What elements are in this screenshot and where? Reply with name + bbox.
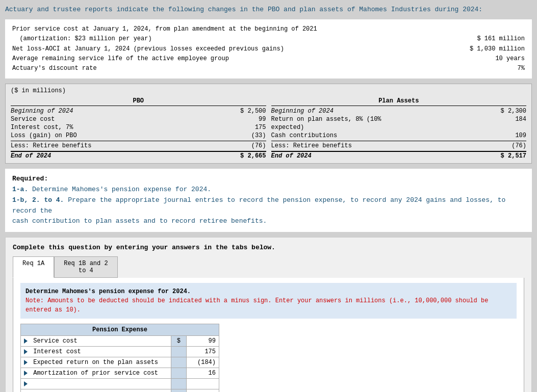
- pbo-row-beginning: Beginning of 2024 $ 2,500: [11, 107, 266, 115]
- intro-section: Prior service cost at January 1, 2024, f…: [5, 19, 532, 79]
- header-label: Actuary and trustee reports indicate the…: [5, 6, 482, 13]
- intro-label-1: Prior service cost at January 1, 2024, f…: [12, 24, 433, 34]
- req-1b-text: 1-b, 2. to 4. Prepare the appropriate jo…: [12, 196, 505, 215]
- intro-value-5: 7%: [433, 64, 525, 73]
- intro-line-5: Actuary's discount rate 7%: [12, 64, 525, 73]
- pbo-val-retiree: (76): [225, 142, 266, 149]
- instructions-box: Determine Mahomes's pension expense for …: [20, 283, 517, 319]
- pension-label-service-text: Service cost: [33, 337, 77, 345]
- main-table-section: ($ in millions) PBO Beginning of 2024 $ …: [5, 84, 532, 164]
- intro-line-2: (amortization: $23 million per year) $ 1…: [12, 34, 525, 44]
- pension-input-expected-return[interactable]: (184): [186, 357, 219, 368]
- pa-label-cash: Cash contributions: [271, 132, 486, 139]
- pension-row-expected-return: Expected return on the plan assets (184): [21, 357, 219, 368]
- pension-dollar-empty-2: [171, 389, 186, 392]
- pa-val-end: $ 2,517: [485, 152, 526, 160]
- table-label: ($ in millions): [11, 87, 526, 94]
- pa-label-beginning: Beginning of 2024: [271, 108, 486, 115]
- tab-req1a[interactable]: Req 1A: [13, 256, 54, 278]
- pa-row-return: Return on plan assets, 8% (10% 184: [271, 115, 527, 123]
- pa-label-return: Return on plan assets, 8% (10%: [271, 116, 486, 123]
- intro-label-5: Actuary's discount rate: [12, 64, 433, 73]
- complete-box: Complete this question by entering your …: [5, 237, 532, 392]
- pa-label-end: End of 2024: [271, 152, 486, 160]
- pension-dollar-empty-1: [171, 379, 186, 389]
- intro-value-3: $ 1,030 million: [433, 44, 525, 54]
- instruction-title: Determine Mahomes's pension expense for …: [25, 287, 512, 296]
- instruction-note: Note: Amounts to be deducted should be i…: [25, 296, 512, 315]
- pension-input-interest[interactable]: 175: [186, 347, 219, 357]
- tab-req1a-label: Req 1A: [22, 260, 44, 267]
- pbo-row-end: End of 2024 $ 2,665: [11, 151, 266, 160]
- pa-val-beginning: $ 2,300: [485, 108, 526, 115]
- intro-line-3: Net loss-AOCI at January 1, 2024 (previo…: [12, 44, 525, 54]
- tab-req1b-label: Req 1B and 2to 4: [64, 260, 108, 274]
- pa-row-beginning: Beginning of 2024 $ 2,300: [271, 107, 527, 115]
- pa-val-return: 184: [485, 116, 526, 123]
- pa-val-retiree: (76): [485, 142, 526, 149]
- pension-dollar-service: $: [171, 336, 186, 347]
- intro-value-4: 10 years: [433, 54, 525, 64]
- pension-row-empty-2: [21, 389, 219, 392]
- pension-dollar-amortization: [171, 368, 186, 379]
- plan-assets-column: Plan Assets Beginning of 2024 $ 2,300 Re…: [271, 96, 527, 160]
- pa-row-return-cont: expected): [271, 123, 527, 132]
- page: Actuary and trustee reports indicate the…: [0, 0, 537, 392]
- pa-row-cash: Cash contributions 109: [271, 132, 527, 140]
- pbo-val-beginning: $ 2,500: [225, 108, 266, 115]
- pbo-label-interest: Interest cost, 7%: [11, 124, 225, 131]
- tab-req1b[interactable]: Req 1B and 2to 4: [54, 256, 117, 278]
- tab-content: Determine Mahomes's pension expense for …: [13, 278, 524, 392]
- pa-row-retiree: Less: Retiree benefits (76): [271, 141, 527, 150]
- two-col-table: PBO Beginning of 2024 $ 2,500 Service co…: [11, 96, 526, 160]
- pension-input-amortization[interactable]: 16: [186, 368, 219, 379]
- pension-row-empty-1: [21, 379, 219, 389]
- intro-label-3: Net loss-AOCI at January 1, 2024 (previo…: [12, 44, 433, 54]
- pbo-row-service: Service cost 99: [11, 115, 266, 123]
- pbo-label-beginning: Beginning of 2024: [11, 108, 225, 115]
- req-1a-line: 1-a. Determine Mahomes's pension expense…: [12, 185, 525, 195]
- plan-assets-header: Plan Assets: [271, 96, 527, 106]
- pension-expense-table: Pension Expense Service cost $ 99: [20, 324, 219, 392]
- intro-value-1: [433, 24, 525, 34]
- pension-row-interest: Interest cost 175: [21, 347, 219, 357]
- pension-label-service: Service cost: [21, 336, 171, 347]
- pbo-label-service: Service cost: [11, 116, 225, 123]
- intro-line-4: Average remaining service life of the ac…: [12, 54, 525, 64]
- pbo-header: PBO: [11, 96, 266, 106]
- req-1b-line: 1-b, 2. to 4. Prepare the appropriate jo…: [12, 195, 525, 217]
- pension-label-empty-1: [21, 379, 171, 389]
- pbo-label-retiree: Less: Retiree benefits: [11, 142, 225, 149]
- pa-row-end: End of 2024 $ 2,517: [271, 151, 527, 160]
- pension-label-amortization-text: Amortization of prior service cost: [33, 370, 158, 377]
- header-text: Actuary and trustee reports indicate the…: [5, 5, 532, 14]
- pension-row-service: Service cost $ 99: [21, 336, 219, 347]
- req-1a-text: 1-a. Determine Mahomes's pension expense…: [12, 186, 211, 193]
- required-section: Required: 1-a. Determine Mahomes's pensi…: [5, 169, 532, 232]
- pension-input-empty-2[interactable]: [186, 389, 219, 392]
- pension-input-empty-1[interactable]: [186, 379, 219, 389]
- complete-title: Complete this question by entering your …: [13, 244, 524, 251]
- pension-label-empty-2: [21, 389, 171, 392]
- pbo-label-end: End of 2024: [11, 152, 225, 160]
- req-1b-line2: cash contribution to plan assets and to …: [12, 216, 525, 227]
- pension-label-expected-return-text: Expected return on the plan assets: [33, 359, 158, 366]
- triangle-icon-interest: [24, 349, 28, 354]
- triangle-icon-expected-return: [24, 360, 28, 365]
- pbo-val-service: 99: [225, 116, 266, 123]
- pa-val-cash: 109: [485, 132, 526, 139]
- pension-label-amortization: Amortization of prior service cost: [21, 368, 171, 379]
- req-1b-text2: cash contribution to plan assets and to …: [12, 217, 267, 225]
- intro-label-2: (amortization: $23 million per year): [12, 34, 433, 44]
- intro-line-1: Prior service cost at January 1, 2024, f…: [12, 24, 525, 34]
- pbo-row-retiree: Less: Retiree benefits (76): [11, 141, 266, 150]
- pension-label-expected-return: Expected return on the plan assets: [21, 357, 171, 368]
- pension-input-service[interactable]: 99: [186, 336, 219, 347]
- pbo-val-end: $ 2,665: [225, 152, 266, 160]
- pbo-val-loss: (33): [225, 132, 266, 139]
- pension-table-header: Pension Expense: [21, 324, 219, 336]
- pa-label-return-cont: expected): [271, 124, 486, 131]
- triangle-icon-amortization: [24, 371, 28, 376]
- pension-label-interest-text: Interest cost: [33, 348, 81, 355]
- pension-dollar-expected-return: [171, 357, 186, 368]
